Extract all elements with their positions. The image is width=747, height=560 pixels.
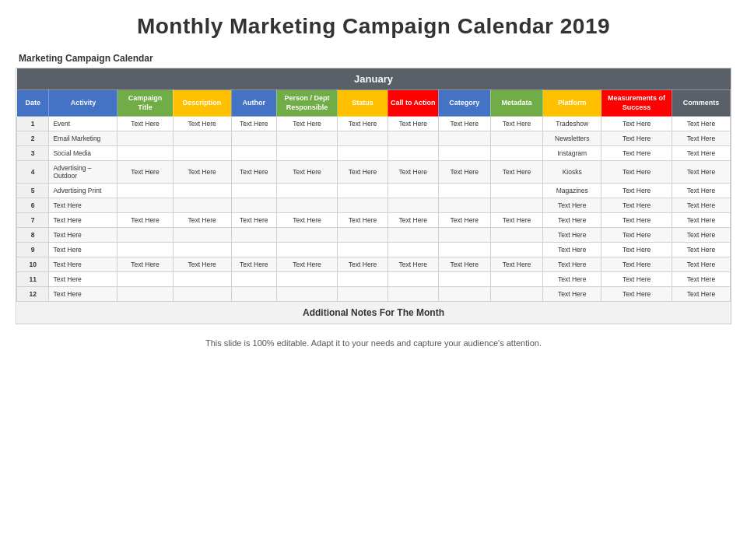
cell-r5-c8 — [438, 184, 490, 198]
cell-r5-c2 — [117, 184, 173, 198]
cell-r5-c11: Text Here — [601, 184, 672, 198]
cell-r2-c6 — [338, 131, 388, 146]
cell-r12-c3 — [173, 287, 231, 302]
cell-r1-c10: Tradeshow — [543, 117, 601, 131]
col-header-platform: Platform — [543, 90, 601, 117]
cell-r12-c10: Text Here — [543, 287, 601, 302]
cell-r2-c10: Newsletters — [543, 131, 601, 146]
col-header-comments: Comments — [672, 90, 730, 117]
cell-r4-c9: Text Here — [490, 161, 542, 184]
cell-r8-c6 — [338, 228, 388, 243]
cell-r9-c5 — [276, 243, 337, 257]
table-row: 3Social MediaInstagramText HereText Here — [17, 146, 731, 161]
cell-r11-c5 — [276, 272, 337, 287]
main-title: Monthly Marketing Campaign Calendar 2019 — [137, 14, 610, 39]
cell-r1-c4: Text Here — [231, 117, 276, 131]
cell-r10-c9: Text Here — [490, 257, 542, 272]
cell-r6-c7 — [388, 198, 438, 213]
cell-r11-c0: 11 — [17, 272, 49, 287]
table-row: 11Text HereText HereText HereText Here — [17, 272, 731, 287]
cell-r1-c0: 1 — [17, 117, 49, 131]
cell-r12-c11: Text Here — [601, 287, 672, 302]
cell-r12-c8 — [438, 287, 490, 302]
cell-r11-c9 — [490, 272, 542, 287]
cell-r11-c7 — [388, 272, 438, 287]
table-row: 2Email MarketingNewslettersText HereText… — [17, 131, 731, 146]
cell-r5-c5 — [276, 184, 337, 198]
cell-r12-c9 — [490, 287, 542, 302]
col-header-calltoaction: Call to Action — [388, 90, 438, 117]
col-header-metadata: Metadata — [490, 90, 542, 117]
cell-r10-c1: Text Here — [49, 257, 117, 272]
table-row: 4Advertising – OutdoorText HereText Here… — [17, 161, 731, 184]
cell-r9-c11: Text Here — [601, 243, 672, 257]
cell-r3-c8 — [438, 146, 490, 161]
cell-r9-c3 — [173, 243, 231, 257]
table-row: 7Text HereText HereText HereText HereTex… — [17, 213, 731, 228]
cell-r10-c11: Text Here — [601, 257, 672, 272]
cell-r6-c2 — [117, 198, 173, 213]
column-header-row: DateActivityCampaign TitleDescriptionAut… — [17, 90, 731, 117]
calendar-table-wrapper: JanuaryDateActivityCampaign TitleDescrip… — [16, 68, 731, 324]
table-row: 12Text HereText HereText HereText Here — [17, 287, 731, 302]
cell-r10-c10: Text Here — [543, 257, 601, 272]
cell-r11-c12: Text Here — [672, 272, 730, 287]
cell-r4-c1: Advertising – Outdoor — [49, 161, 117, 184]
cell-r9-c12: Text Here — [672, 243, 730, 257]
cell-r10-c6: Text Here — [338, 257, 388, 272]
cell-r2-c5 — [276, 131, 337, 146]
cell-r12-c2 — [117, 287, 173, 302]
cell-r4-c3: Text Here — [173, 161, 231, 184]
cell-r5-c12: Text Here — [672, 184, 730, 198]
cell-r4-c0: 4 — [17, 161, 49, 184]
cell-r9-c2 — [117, 243, 173, 257]
col-header-date: Date — [17, 90, 49, 117]
col-header-activity: Activity — [49, 90, 117, 117]
cell-r8-c2 — [117, 228, 173, 243]
section-label: Marketing Campaign Calendar — [19, 53, 153, 64]
cell-r10-c5: Text Here — [276, 257, 337, 272]
cell-r6-c8 — [438, 198, 490, 213]
cell-r7-c2: Text Here — [117, 213, 173, 228]
cell-r6-c4 — [231, 198, 276, 213]
cell-r6-c10: Text Here — [543, 198, 601, 213]
cell-r5-c6 — [338, 184, 388, 198]
cell-r11-c2 — [117, 272, 173, 287]
cell-r11-c6 — [338, 272, 388, 287]
col-header-description: Description — [173, 90, 231, 117]
cell-r10-c3: Text Here — [173, 257, 231, 272]
cell-r2-c11: Text Here — [601, 131, 672, 146]
cell-r9-c4 — [231, 243, 276, 257]
cell-r3-c5 — [276, 146, 337, 161]
cell-r7-c12: Text Here — [672, 213, 730, 228]
cell-r8-c9 — [490, 228, 542, 243]
cell-r3-c6 — [338, 146, 388, 161]
cell-r11-c8 — [438, 272, 490, 287]
cell-r12-c5 — [276, 287, 337, 302]
cell-r6-c6 — [338, 198, 388, 213]
cell-r9-c0: 9 — [17, 243, 49, 257]
cell-r5-c3 — [173, 184, 231, 198]
cell-r10-c7: Text Here — [388, 257, 438, 272]
cell-r5-c9 — [490, 184, 542, 198]
cell-r1-c1: Event — [49, 117, 117, 131]
cell-r1-c3: Text Here — [173, 117, 231, 131]
cell-r7-c9: Text Here — [490, 213, 542, 228]
cell-r3-c7 — [388, 146, 438, 161]
cell-r1-c8: Text Here — [438, 117, 490, 131]
cell-r8-c12: Text Here — [672, 228, 730, 243]
cell-r7-c8: Text Here — [438, 213, 490, 228]
col-header-measurements: Measurements of Success — [601, 90, 672, 117]
table-row: 5Advertising PrintMagazinesText HereText… — [17, 184, 731, 198]
cell-r7-c3: Text Here — [173, 213, 231, 228]
cell-r4-c11: Text Here — [601, 161, 672, 184]
cell-r8-c3 — [173, 228, 231, 243]
cell-r4-c5: Text Here — [276, 161, 337, 184]
cell-r10-c12: Text Here — [672, 257, 730, 272]
cell-r7-c5: Text Here — [276, 213, 337, 228]
cell-r3-c2 — [117, 146, 173, 161]
cell-r12-c1: Text Here — [49, 287, 117, 302]
table-row: 6Text HereText HereText HereText Here — [17, 198, 731, 213]
cell-r4-c4: Text Here — [231, 161, 276, 184]
cell-r8-c0: 8 — [17, 228, 49, 243]
